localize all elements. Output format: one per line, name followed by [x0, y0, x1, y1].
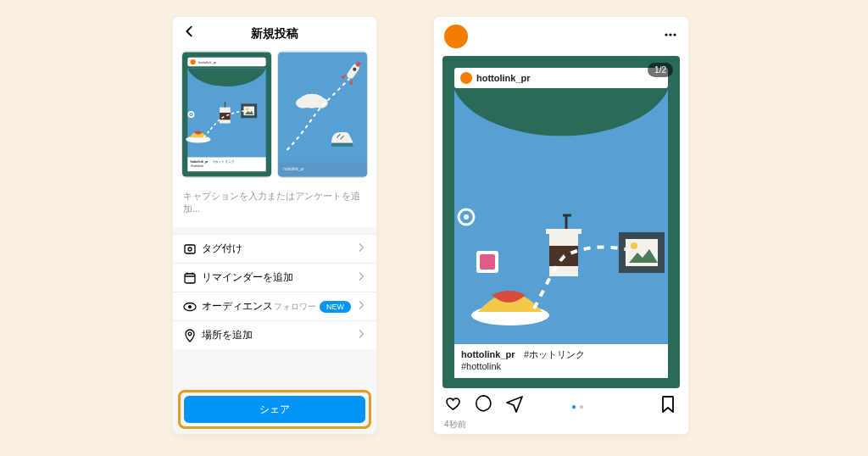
svg-text:#hottolink: #hottolink [461, 361, 502, 371]
option-add-reminder[interactable]: リマインダーを追加 [173, 263, 376, 292]
option-audience[interactable]: オーディエンス フォロワー NEW [173, 292, 376, 320]
option-add-location[interactable]: 場所を追加 [173, 320, 376, 349]
svg-rect-18 [220, 113, 231, 120]
chevron-right-icon [356, 242, 366, 255]
share-post-button[interactable] [505, 395, 524, 417]
svg-text:#ホットリンク: #ホットリンク [524, 349, 585, 359]
chevron-right-icon [356, 271, 366, 284]
svg-point-44 [460, 72, 472, 84]
audience-current: フォロワー [274, 301, 316, 313]
svg-point-32 [296, 97, 310, 108]
option-label: タグ付け [202, 242, 356, 256]
svg-rect-37 [331, 143, 353, 147]
chevron-right-icon [356, 300, 366, 313]
eye-icon [183, 300, 202, 314]
card-username: hottolink_pr [476, 73, 531, 83]
share-button-highlight: シェア [178, 390, 371, 429]
svg-text:hottolink_pr: hottolink_pr [190, 160, 209, 164]
share-button[interactable]: シェア [184, 396, 365, 423]
media-thumb-2[interactable]: hottolink_pr [277, 51, 368, 178]
more-button[interactable] [663, 27, 678, 46]
svg-point-47 [464, 214, 469, 220]
option-tag-people[interactable]: タグ付け [173, 234, 376, 263]
post-media[interactable]: 1/2 hottolink_pr [442, 56, 680, 388]
media-thumb-1[interactable]: hottolink_pr [181, 51, 272, 178]
media-thumbnails: hottolink_pr [173, 51, 376, 178]
svg-text:hottolink_pr: hottolink_pr [283, 167, 304, 171]
feed-screen: 1/2 hottolink_pr [434, 17, 688, 434]
svg-text:hottolink_pr: hottolink_pr [461, 349, 515, 359]
caption-input[interactable]: キャプションを入力またはアンケートを追加... [173, 178, 376, 227]
svg-point-33 [314, 97, 328, 108]
carousel-dots: ●● [571, 402, 612, 411]
post-timestamp: 4秒前 [434, 419, 688, 431]
svg-point-58 [631, 242, 637, 249]
svg-point-22 [246, 108, 248, 110]
chevron-right-icon [356, 329, 366, 342]
carousel-counter: 1/2 [648, 63, 673, 77]
option-label: リマインダーを追加 [202, 270, 356, 285]
new-badge: NEW [320, 301, 351, 313]
svg-point-25 [190, 114, 192, 115]
pin-icon [183, 329, 202, 342]
svg-text:#ホットリンク: #ホットリンク [213, 160, 235, 164]
save-button[interactable] [659, 395, 678, 417]
option-label: 場所を追加 [202, 328, 356, 342]
comment-button[interactable] [475, 395, 493, 417]
compose-options: タグ付け リマインダーを追加 オーディエンス フォロワー NEW 場所を追加 [173, 234, 376, 349]
svg-rect-49 [480, 254, 495, 270]
like-button[interactable] [444, 395, 463, 417]
compose-screen: 新規投稿 hottolink_pr [173, 17, 376, 434]
feed-header [434, 17, 688, 56]
svg-text:hottolink_pr: hottolink_pr [198, 60, 217, 64]
calendar-icon [183, 271, 202, 285]
story-avatar[interactable] [444, 25, 468, 48]
compose-header: 新規投稿 [173, 17, 376, 51]
svg-text:#hottolink: #hottolink [190, 164, 203, 168]
svg-rect-53 [546, 229, 581, 234]
svg-point-14 [190, 59, 195, 64]
post-actions: ●● [434, 388, 688, 419]
back-button[interactable] [181, 24, 198, 41]
compose-title: 新規投稿 [251, 26, 298, 42]
tag-icon [183, 242, 202, 256]
option-label: オーディエンス [202, 299, 274, 314]
